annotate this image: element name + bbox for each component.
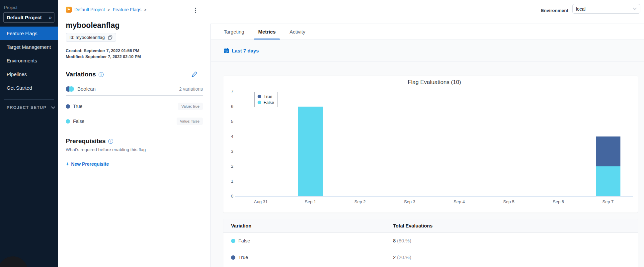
flag-id-chip: Id: mybooleanflag [66,33,116,42]
evaluations-table: Variation Total Evaluations False8 (80.%… [223,219,638,267]
project-label: Project [0,0,58,10]
flag-evaluations-chart: Flag Evaluations (10) TrueFalse 01234567… [223,76,638,213]
date-range-button[interactable]: Last 7 days [211,40,644,61]
calendar-icon [223,48,229,53]
variation-row-false: FalseValue: false [66,117,203,126]
main-header: Environment local [210,0,644,24]
environment-label: Environment [541,8,568,13]
chevron-down-icon [633,8,637,10]
sidebar-item-get-started[interactable]: Get Started [0,81,58,95]
y-axis-tick-label: 1 [223,179,233,184]
variation-type-row: Boolean 2 variations [66,86,203,92]
tabs: TargetingMetricsActivity [211,24,644,40]
table-total-cell: 8 (80.%) [393,238,411,244]
y-axis-tick-label: 5 [223,119,233,124]
prerequisites-subtitle: What's required before enabling this fla… [66,147,203,152]
sidebar-item-target-management[interactable]: Target Management [0,40,58,54]
breadcrumb-links: Default Project>Feature Flags> [74,7,146,12]
breadcrumb-link-default-project[interactable]: Default Project [74,7,105,12]
variations-section-header: Variations i [66,71,203,78]
variation-value-chip: Value: false [177,118,203,125]
variation-row-true: TrueValue: true [66,102,203,111]
project-selector[interactable]: Default Project » [3,12,54,23]
x-axis-tick-label: Sep 1 [290,199,330,204]
table-row-false: False8 (80.%) [223,232,638,249]
kebab-menu-icon[interactable] [194,7,198,14]
variation-count: 2 variations [179,86,203,92]
info-icon[interactable]: i [108,139,113,144]
y-axis-tick-label: 0 [223,194,233,199]
flag-modified-date: Modified: September 7, 2022 02:10 PM [66,54,203,60]
y-axis-tick-label: 4 [223,134,233,139]
variation-color-dot [66,104,70,109]
y-axis-tick-label: 6 [223,104,233,109]
table-header-total: Total Evaluations [393,223,433,228]
bar-true-sep-7 [596,136,620,166]
flag-created-date: Created: September 7, 2022 01:56 PM [66,48,203,54]
copy-icon[interactable] [108,35,113,40]
flag-name: mybooleanflag [66,21,203,30]
table-variation-name: True [238,255,248,260]
x-axis-tick-label: Sep 2 [340,199,380,204]
tab-metrics[interactable]: Metrics [254,24,280,40]
breadcrumb: ⚑ Default Project>Feature Flags> [66,7,203,13]
project-name: Default Project [7,15,42,20]
flag-id-label: Id: mybooleanflag [69,35,105,40]
table-header-variation: Variation [231,223,393,228]
sidebar-nav: Feature FlagsTarget ManagementEnvironmen… [0,27,58,95]
environment-select[interactable]: local [572,4,640,14]
sidebar-collapse-icon[interactable]: » [49,15,51,21]
environment-value: local [576,6,586,12]
table-body: False8 (80.%)True2 (20.%) [223,232,638,266]
breadcrumb-link-feature-flags[interactable]: Feature Flags [113,7,141,12]
table-variation-cell: True [231,255,393,260]
tab-activity[interactable]: Activity [285,24,310,40]
x-axis-tick-label: Sep 6 [538,199,578,204]
x-axis-line [235,196,633,197]
variation-color-dot [66,119,70,124]
x-axis-tick-label: Aug 31 [241,199,281,204]
evaluation-count: 2 [393,255,396,260]
new-prerequisite-label: New Prerequisite [71,161,109,167]
variation-value-chip: Value: true [178,103,203,110]
chevron-down-icon [51,106,55,109]
x-axis-tick-label: Sep 4 [439,199,479,204]
sidebar-item-feature-flags[interactable]: Feature Flags [0,27,58,40]
x-axis-tick-label: Sep 3 [390,199,430,204]
edit-variations-button[interactable] [191,71,198,77]
breadcrumb-separator: > [144,7,147,12]
variation-color-dot [231,239,235,243]
variation-list: TrueValue: trueFalseValue: false [66,102,203,126]
pencil-icon [191,71,198,77]
flag-details-panel: ⚑ Default Project>Feature Flags> myboole… [58,0,210,267]
table-variation-name: False [238,238,250,243]
variation-name: True [73,104,82,109]
sidebar-item-environments[interactable]: Environments [0,54,58,67]
table-total-cell: 2 (20.%) [393,254,411,260]
tab-targeting[interactable]: Targeting [219,24,249,40]
evaluation-percent: (80.%) [396,238,411,243]
sidebar-divider [4,99,54,100]
boolean-type-icon [69,86,74,92]
variation-name: False [73,119,84,124]
sidebar-item-pipelines[interactable]: Pipelines [0,67,58,81]
project-setup-label: PROJECT SETUP [7,105,46,110]
bar-false-sep-7 [596,166,620,196]
new-prerequisite-button[interactable]: + New Prerequisite [66,161,203,167]
metrics-content: Flag Evaluations (10) TrueFalse 01234567… [211,61,644,267]
table-row-true: True2 (20.%) [223,249,638,266]
sidebar-item-project-setup[interactable]: PROJECT SETUP [0,105,58,110]
main-area: Environment local TargetingMetricsActivi… [210,0,644,267]
variation-color-dot [231,255,235,260]
breadcrumb-separator: > [108,7,110,12]
x-axis-tick-label: Sep 5 [489,199,529,204]
y-axis-tick-label: 7 [223,89,233,94]
variation-row-left: True [66,104,82,109]
bar-false-sep-1 [298,107,323,196]
variation-type-label: Boolean [77,86,96,92]
prerequisites-title: Prerequisites [66,137,106,145]
y-axis-tick-label: 2 [223,164,233,169]
variations-title: Variations [66,71,96,78]
chart-plot-area: 01234567Aug 31Sep 1Sep 2Sep 3Sep 4Sep 5S… [223,76,638,213]
info-icon[interactable]: i [99,72,104,77]
